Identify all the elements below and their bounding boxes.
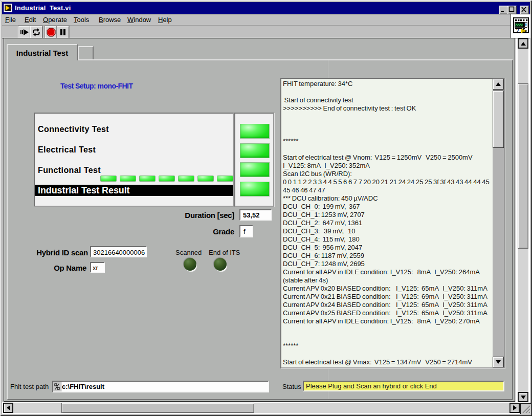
panel-hscroll-right-button[interactable] (509, 403, 520, 413)
stage-led (240, 144, 269, 158)
log-line: 0 0 1 1 2 2 3 3 4 4 5 5 6 6 7 7 20 20 21… (283, 178, 493, 186)
abort-icon (47, 28, 56, 37)
functional-led-row (101, 176, 233, 181)
run-icon (20, 28, 29, 36)
run-button[interactable] (18, 26, 31, 38)
log-scroll-up-button[interactable] (493, 79, 504, 90)
log-line (283, 113, 493, 121)
functional-led (101, 176, 116, 181)
duration-label: Duration [sec] (133, 211, 234, 220)
path-value: c:\FHIT\result (62, 383, 104, 390)
log-line: Current APV 0x21 BIASED condition: I_V12… (283, 293, 493, 301)
status-label: Status (282, 383, 301, 390)
log-line: FHIT temperature: 34*C (283, 80, 493, 88)
log-line (283, 121, 493, 129)
menu-help[interactable]: Help (158, 16, 172, 24)
end-of-its-led[interactable] (214, 258, 227, 271)
test-item-functional[interactable]: Functional Test (38, 166, 101, 175)
log-line: Current APV 0x25 BIASED condition: I_V12… (283, 309, 493, 317)
status-field[interactable]: Please Plug and Scan an hybrid or click … (303, 381, 504, 391)
minimize-button[interactable] (499, 6, 508, 14)
labview-app-icon (4, 4, 12, 12)
menu-operate[interactable]: Operate (43, 16, 67, 24)
end-of-its-label: End of ITS (209, 249, 240, 256)
log-line (283, 325, 493, 334)
abort-button[interactable] (45, 26, 57, 38)
log-line: DCU_CH_5: 956 mV, 2047 (283, 244, 493, 252)
log-line: >>>>>>>>>> End of connectivity test : te… (283, 104, 493, 113)
log-line: Scan I2C bus (WR/RD): (283, 170, 493, 178)
log-line (283, 350, 493, 358)
log-line: Start of electrical test @ Vmax: V125 = … (283, 358, 493, 366)
functional-led (140, 176, 155, 181)
log-line: DCU_CH_0: 199 mV, 367 (283, 203, 493, 211)
resize-grip[interactable] (520, 403, 531, 414)
functional-led (198, 176, 213, 181)
panel-hscroll-left-button[interactable] (3, 403, 13, 413)
vi-icon[interactable]: 2 (513, 17, 529, 33)
grade-field[interactable]: f (239, 225, 253, 237)
test-item-electrical[interactable]: Electrical Test (38, 145, 96, 155)
tab-industrial-test[interactable]: Industrial Test (7, 44, 78, 60)
log-line: Start of electrical test @ Vnom: V125 = … (283, 154, 493, 162)
test-item-connectivity[interactable]: Connectivity Test (38, 125, 109, 134)
hybrid-id-label: Hybrid ID scan (15, 248, 88, 257)
log-line (283, 129, 493, 137)
log-line: Current for all APV in IDLE condition: I… (283, 268, 493, 276)
stage-led (240, 182, 269, 196)
status-value: Please Plug and Scan an hybrid or click … (306, 382, 437, 390)
test-list[interactable]: Connectivity Test Electrical Test Functi… (34, 113, 234, 207)
log-text: FHIT temperature: 34*C Start of connecti… (283, 80, 493, 366)
log-line (283, 88, 493, 96)
functional-led (179, 176, 194, 181)
menu-window[interactable]: Window (127, 16, 151, 24)
log-line: DCU_CH_3: 39 mV, 10 (283, 227, 493, 235)
op-name-label: Op Name (15, 264, 86, 272)
path-type-icon[interactable] (53, 382, 61, 391)
log-line: (stable after 4s) (283, 276, 493, 284)
panel-hscroll-thumb[interactable] (61, 403, 254, 413)
log-scroll-thumb[interactable] (493, 91, 504, 148)
fhit-test-path-control[interactable]: c:\FHIT\result (52, 381, 269, 392)
window-title: Industrial_Test.vi (15, 4, 71, 12)
panel-vscroll-thumb[interactable] (518, 83, 528, 249)
functional-led (217, 176, 233, 181)
log-line: Current APV 0x20 BIASED condition: I_V12… (283, 284, 493, 293)
log-scrollbar (493, 79, 504, 367)
pause-button[interactable] (57, 26, 69, 38)
log-scroll-down-button[interactable] (493, 357, 504, 367)
menu-tools[interactable]: Tools (74, 16, 89, 24)
run-continuous-icon (32, 28, 41, 37)
tab-unnamed[interactable] (78, 46, 94, 59)
toolbar (2, 26, 511, 38)
labview-window: Industrial_Test.vi File Edit Operate Too… (0, 0, 532, 416)
log-line: I_V125: 8mA I_V250: 352mA (283, 162, 493, 170)
log-line (283, 145, 493, 154)
menu-edit[interactable]: Edit (25, 16, 36, 24)
log-line: DCU_CH_4: 115 mV, 180 (283, 235, 493, 244)
vi-icon-area: 2 (511, 14, 530, 38)
stage-led-column (234, 113, 274, 207)
log-line: Current for all APV in IDLE condition: I… (283, 317, 493, 325)
titlebar: Industrial_Test.vi (2, 2, 530, 14)
op-name-field[interactable]: xr (90, 262, 105, 273)
menubar: File Edit Operate Tools Browse Window He… (2, 14, 511, 25)
log-line: DCU_CH_6: 1187 mV, 2559 (283, 252, 493, 260)
log-indicator[interactable]: FHIT temperature: 34*C Start of connecti… (280, 78, 505, 368)
menu-file[interactable]: File (5, 16, 16, 24)
log-line: DCU_CH_1: 1253 mV, 2707 (283, 211, 493, 219)
grade-label: Grade (164, 227, 234, 236)
scanned-led[interactable] (184, 258, 196, 271)
menu-browse[interactable]: Browse (99, 16, 121, 24)
panel-vscroll-up-button[interactable] (518, 38, 528, 49)
run-continuous-button[interactable] (30, 26, 42, 38)
close-button[interactable] (520, 6, 529, 14)
test-item-result-selected[interactable]: Industrial Test Result (35, 185, 233, 196)
panel-vscroll-down-button[interactable] (518, 392, 528, 402)
duration-field[interactable]: 53,52 (239, 209, 272, 221)
pause-icon (59, 29, 66, 36)
maximize-button[interactable] (507, 6, 517, 14)
hybrid-id-field[interactable]: 30216640000006 (90, 246, 147, 257)
stage-led (240, 124, 269, 138)
log-line: DCU_CH_2: 647 mV, 1361 (283, 219, 493, 227)
